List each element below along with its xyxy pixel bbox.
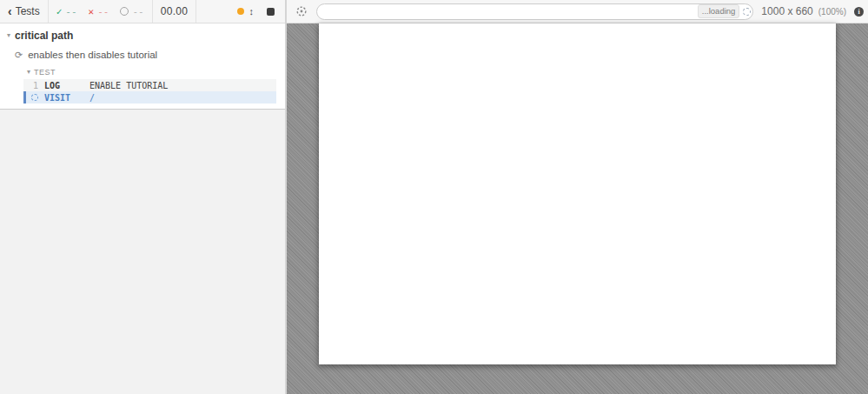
command-row-log[interactable]: 1 LOG ENABLE TUTORIAL bbox=[23, 79, 276, 91]
viewport-background bbox=[287, 23, 868, 394]
command-number: 1 bbox=[26, 81, 38, 90]
back-to-tests-label: Tests bbox=[16, 5, 40, 17]
runner-panel: ...loading 1000 x 660 (100%) i bbox=[287, 0, 868, 394]
orange-dot-icon bbox=[237, 8, 244, 15]
suite-critical-path[interactable]: ▾ critical path bbox=[0, 23, 285, 44]
test-enables-then-disables-tutorial[interactable]: ⟳ enables then disables tutorial bbox=[0, 44, 285, 63]
arrows-vertical-icon: ↕ bbox=[249, 7, 255, 17]
attempt-section-test[interactable]: ▾ TEST bbox=[23, 66, 276, 79]
url-bar: ...loading bbox=[316, 3, 753, 20]
stop-button[interactable] bbox=[267, 8, 275, 16]
x-icon: ✕ bbox=[89, 6, 95, 17]
loading-spinner-icon bbox=[743, 8, 751, 16]
command-method: LOG bbox=[44, 81, 89, 90]
url-input[interactable] bbox=[316, 3, 753, 20]
test-stats: ✓ -- ✕ -- -- bbox=[49, 0, 153, 23]
caret-down-icon: ▾ bbox=[27, 69, 30, 76]
stat-pending: -- bbox=[120, 6, 143, 17]
stat-failed: ✕ -- bbox=[89, 6, 109, 17]
command-log: ▾ TEST 1 LOG ENABLE TUTORIAL VISIT / bbox=[23, 66, 276, 104]
reporter-empty-area bbox=[0, 110, 285, 394]
command-spinner bbox=[26, 94, 38, 101]
command-row-visit[interactable]: VISIT / bbox=[23, 91, 276, 104]
loading-label: ...loading bbox=[698, 4, 740, 17]
viewport-scale-label: (100%) bbox=[818, 7, 846, 17]
back-to-tests-button[interactable]: ‹ Tests bbox=[8, 5, 40, 17]
runner-header: ...loading 1000 x 660 (100%) i bbox=[287, 0, 868, 23]
failed-count: -- bbox=[97, 6, 109, 17]
suite-title: critical path bbox=[15, 30, 73, 42]
reporter-header: ‹ Tests ✓ -- ✕ -- -- 00.00 bbox=[0, 0, 285, 23]
app-under-test-frame[interactable] bbox=[319, 23, 836, 364]
reporter-body: ▾ critical path ⟳ enables then disables … bbox=[0, 23, 285, 394]
command-message: ENABLE TUTORIAL bbox=[89, 81, 276, 90]
attempt-section-label: TEST bbox=[34, 68, 56, 77]
test-timer: 00.00 bbox=[161, 5, 189, 17]
reporter-panel: ‹ Tests ✓ -- ✕ -- -- 00.00 bbox=[0, 0, 287, 394]
circle-outline-icon bbox=[120, 7, 129, 16]
viewport-size-label: 1000 x 660 bbox=[761, 5, 812, 17]
caret-down-icon: ▾ bbox=[7, 32, 10, 39]
loading-spinner-icon bbox=[31, 94, 38, 101]
viewport-info-button[interactable]: i bbox=[854, 7, 864, 17]
check-icon: ✓ bbox=[56, 6, 63, 17]
reporter-controls: ↕ bbox=[237, 0, 286, 23]
crosshair-icon bbox=[295, 5, 308, 17]
stat-passed: ✓ -- bbox=[56, 6, 77, 17]
test-title: enables then disables tutorial bbox=[28, 50, 157, 60]
running-spinner-icon: ⟳ bbox=[15, 50, 23, 60]
chevron-left-icon: ‹ bbox=[8, 5, 12, 17]
selector-playground-button[interactable] bbox=[295, 4, 308, 18]
command-method: VISIT bbox=[44, 93, 89, 103]
auto-scroll-toggle[interactable]: ↕ bbox=[237, 7, 255, 17]
pending-count: -- bbox=[132, 6, 143, 17]
url-loading-indicator: ...loading bbox=[698, 5, 752, 18]
cypress-test-runner: ‹ Tests ✓ -- ✕ -- -- 00.00 bbox=[0, 0, 868, 394]
passed-count: -- bbox=[65, 6, 76, 17]
command-message: / bbox=[89, 93, 276, 103]
